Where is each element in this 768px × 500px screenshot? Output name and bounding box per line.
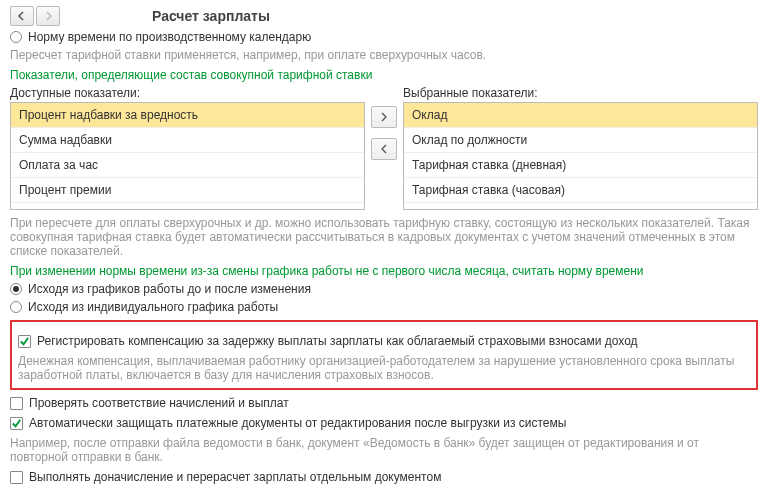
highlighted-setting-box: Регистрировать компенсацию за задержку в… xyxy=(10,320,758,390)
note-protect-payment-docs: Например, после отправки файла ведомости… xyxy=(10,436,758,464)
checkbox-separate-recalc-label: Выполнять доначисление и перерасчет зарп… xyxy=(29,470,441,484)
list-item[interactable]: Оклад по должности xyxy=(404,128,757,153)
checkbox-register-compensation[interactable] xyxy=(18,335,31,348)
radio-schedule-individual-label: Исходя из индивидуального графика работы xyxy=(28,300,278,314)
list-item[interactable]: Оклад xyxy=(404,103,757,128)
chevron-left-icon xyxy=(378,143,390,155)
forward-button[interactable] xyxy=(36,6,60,26)
list-item[interactable]: Тарифная ставка (дневная) xyxy=(404,153,757,178)
available-listbox[interactable]: Процент надбавки за вредность Сумма надб… xyxy=(10,102,365,210)
radio-norm-calendar[interactable] xyxy=(10,31,22,43)
checkbox-register-compensation-label: Регистрировать компенсацию за задержку в… xyxy=(37,334,638,348)
section-aggregate-rate: Показатели, определяющие состав совокупн… xyxy=(10,68,758,82)
checkbox-protect-payment-docs[interactable] xyxy=(10,417,23,430)
section-schedule-change: При изменении нормы времени из-за смены … xyxy=(10,264,758,278)
radio-schedule-before-after[interactable] xyxy=(10,283,22,295)
page-title: Расчет зарплаты xyxy=(152,8,270,24)
checkbox-verify-accruals[interactable] xyxy=(10,397,23,410)
radio-schedule-individual[interactable] xyxy=(10,301,22,313)
list-item[interactable]: Сумма надбавки xyxy=(11,128,364,153)
chevron-right-icon xyxy=(378,111,390,123)
selected-listbox[interactable]: Оклад Оклад по должности Тарифная ставка… xyxy=(403,102,758,210)
checkbox-separate-recalc[interactable] xyxy=(10,471,23,484)
radio-schedule-before-after-label: Исходя из графиков работы до и после изм… xyxy=(28,282,311,296)
note-overtime: При пересчете для оплаты сверхурочных и … xyxy=(10,216,758,258)
check-icon xyxy=(11,418,22,429)
list-item[interactable]: Оплата за час xyxy=(11,153,364,178)
list-item[interactable]: Процент премии xyxy=(11,178,364,203)
checkbox-protect-payment-docs-label: Автоматически защищать платежные докумен… xyxy=(29,416,566,430)
move-right-button[interactable] xyxy=(371,106,397,128)
list-item[interactable]: Процент надбавки за вредность xyxy=(11,103,364,128)
radio-norm-calendar-label: Норму времени по производственному кален… xyxy=(28,30,311,44)
arrow-left-icon xyxy=(16,10,28,22)
checkbox-verify-accruals-label: Проверять соответствие начислений и выпл… xyxy=(29,396,289,410)
move-left-button[interactable] xyxy=(371,138,397,160)
back-button[interactable] xyxy=(10,6,34,26)
note-register-compensation: Денежная компенсация, выплачиваемая рабо… xyxy=(18,354,750,382)
selected-label: Выбранные показатели: xyxy=(403,86,758,100)
available-label: Доступные показатели: xyxy=(10,86,365,100)
arrow-right-icon xyxy=(42,10,54,22)
list-item[interactable]: Тарифная ставка (часовая) xyxy=(404,178,757,203)
check-icon xyxy=(19,336,30,347)
note-recalc: Пересчет тарифной ставки применяется, на… xyxy=(10,48,758,62)
